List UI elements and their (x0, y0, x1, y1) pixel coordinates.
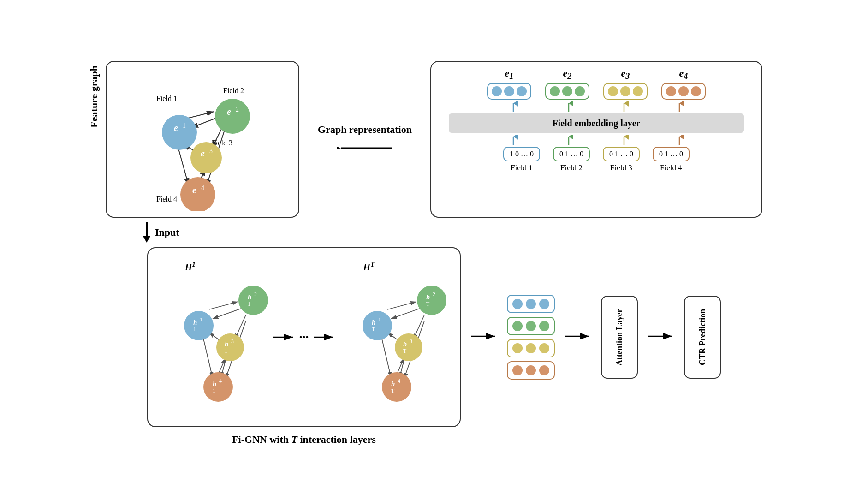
e4-circles (661, 83, 706, 100)
svg-text:1: 1 (183, 122, 186, 129)
arrow-head (143, 236, 150, 243)
embed-to-attention-arrow (564, 329, 592, 345)
e1-circle-1 (492, 86, 502, 96)
svg-line-49 (202, 335, 213, 378)
graph-rep-arrow (337, 141, 392, 155)
svg-point-64 (203, 372, 233, 402)
svg-point-56 (238, 286, 268, 315)
svg-text:T: T (372, 326, 375, 333)
embed-row-1 (507, 295, 555, 313)
e2-circle-1 (550, 86, 560, 96)
embed-field-e3: e3 (603, 67, 648, 100)
svg-line-44 (213, 307, 245, 319)
onehot-box-2: 0 1 … 0 (553, 147, 590, 161)
onehot-field1: 1 0 … 0 Field 1 (503, 147, 540, 173)
sr2-c3 (539, 321, 549, 331)
graph-rep-label: Graph representation (318, 124, 412, 136)
onehot-row: 1 0 … 0 Field 1 0 1 … 0 Field 2 0 1 … 0 … (440, 147, 752, 173)
e3-label: e3 (621, 67, 630, 81)
e4-circle-2 (678, 86, 689, 96)
svg-text:T: T (391, 387, 395, 394)
svg-text:T: T (426, 301, 430, 307)
svg-text:h: h (225, 340, 228, 348)
arrow-up-4 (659, 101, 700, 112)
feature-graph-box: Field 1 Field 2 Field 3 Field 4 e 1 e 2 … (106, 61, 299, 218)
svg-point-89 (395, 333, 422, 361)
onehot-field4: 0 1 … 0 Field 4 (653, 147, 690, 173)
dots-section: ··· (273, 330, 336, 345)
svg-text:h: h (426, 293, 430, 301)
svg-text:Field 1: Field 1 (156, 95, 177, 102)
svg-line-78 (381, 335, 391, 378)
svg-point-16 (215, 99, 250, 134)
e2-circle-3 (575, 86, 585, 96)
svg-point-52 (184, 311, 214, 340)
e3-circle-3 (633, 86, 643, 96)
e3-circle-2 (620, 86, 630, 96)
graph-representation-area: Graph representation (318, 124, 412, 155)
bottom-row: H1 (9, 247, 859, 427)
e1-circle-3 (517, 86, 527, 96)
up-arrows-top (440, 101, 752, 112)
arrow-up-1 (493, 101, 534, 112)
e4-circle-3 (691, 86, 701, 96)
field-name-4: Field 4 (660, 163, 682, 173)
onehot-box-1: 1 0 … 0 (503, 147, 540, 161)
e2-circle-2 (562, 86, 572, 96)
stacked-embeds (507, 295, 555, 380)
layer-hT: HT (336, 259, 451, 416)
feature-graph-svg: Field 1 Field 2 Field 3 Field 4 e 1 e 2 … (115, 68, 290, 211)
svg-text:h: h (248, 293, 251, 301)
embed-row-4 (507, 361, 555, 380)
e2-circles (545, 83, 589, 100)
svg-line-6 (177, 144, 189, 185)
layer-h1: H1 (157, 259, 273, 416)
e3-circle-1 (608, 86, 618, 96)
svg-text:4: 4 (201, 184, 204, 191)
svg-point-93 (382, 372, 411, 402)
svg-text:h: h (372, 319, 375, 326)
svg-text:1: 1 (378, 316, 381, 323)
onehot-field3: 0 1 … 0 Field 3 (603, 147, 640, 173)
embed-field-e1: e1 (487, 67, 531, 100)
svg-point-19 (190, 142, 222, 173)
sr4-c2 (526, 365, 536, 375)
layerT-svg: h 1 T h 2 T h 3 T (336, 259, 456, 416)
e1-circles (487, 83, 531, 100)
svg-text:1: 1 (213, 387, 215, 394)
e3-circles (603, 83, 648, 100)
layer1-svg: h 1 1 h 2 1 h 3 1 (157, 259, 277, 416)
svg-point-13 (162, 115, 197, 150)
svg-text:1: 1 (193, 326, 196, 333)
fignn-section: H1 (147, 247, 461, 427)
sr3-c3 (539, 343, 549, 353)
svg-text:3: 3 (410, 338, 412, 345)
input-label: Input (155, 226, 179, 238)
feature-graph-label: Feature graph (88, 65, 100, 128)
top-row: Feature graph (9, 61, 859, 218)
svg-point-81 (363, 311, 392, 340)
input-arrow-section: Input (143, 222, 179, 243)
main-container: Feature graph (0, 0, 868, 488)
arrow-up-2 (548, 101, 589, 112)
svg-text:h: h (193, 319, 197, 326)
field-name-1: Field 1 (511, 163, 533, 173)
fignn-to-embed-arrow (470, 329, 498, 345)
svg-text:h: h (403, 340, 407, 348)
onehot-box-3: 0 1 … 0 (603, 147, 640, 161)
dots-label: ··· (299, 330, 309, 345)
svg-text:Field 2: Field 2 (223, 87, 244, 95)
svg-text:e: e (201, 148, 205, 158)
svg-text:1: 1 (225, 348, 227, 354)
attention-layer-box: Attention Layer (601, 296, 638, 379)
sr3-c2 (526, 343, 536, 353)
svg-point-22 (180, 177, 215, 211)
svg-text:2: 2 (254, 291, 257, 298)
e2-label: e2 (563, 67, 571, 81)
sr4-c1 (512, 365, 523, 375)
svg-text:T: T (403, 348, 407, 354)
sr4-c3 (539, 365, 549, 375)
field-embed-box: e1 e2 e3 (430, 61, 762, 218)
up-arrows-bottom (440, 135, 752, 145)
arrow-up-b4 (659, 135, 700, 145)
